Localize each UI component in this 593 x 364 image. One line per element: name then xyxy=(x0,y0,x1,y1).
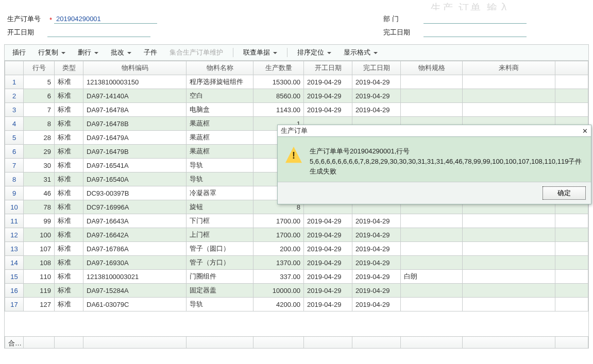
input-end-date[interactable] xyxy=(423,36,527,37)
cell-lineno[interactable]: 6 xyxy=(24,89,55,103)
cell-supplier[interactable] xyxy=(463,242,555,256)
cell-lineno[interactable]: 108 xyxy=(24,256,55,270)
cell-supplier[interactable] xyxy=(463,284,555,298)
cell-spec[interactable] xyxy=(401,89,463,103)
cell-start[interactable]: 2019-04-29 xyxy=(304,228,352,242)
cell-end[interactable]: 2019-04-29 xyxy=(352,284,401,298)
cell-name[interactable]: 门圈组件 xyxy=(187,270,253,284)
row-index[interactable]: 11 xyxy=(5,214,24,228)
cell-name[interactable]: 管子（圆口） xyxy=(187,242,253,256)
cell-type[interactable]: 标准 xyxy=(55,103,83,117)
delete-row-button[interactable]: 删行 xyxy=(72,46,104,59)
cell-qty[interactable]: 8560.00 xyxy=(253,89,304,103)
cell-end[interactable]: 2019-04-29 xyxy=(352,270,401,284)
field-end-date[interactable]: 完工日期 xyxy=(383,28,527,37)
cell-name[interactable]: 导轨 xyxy=(187,172,253,186)
batch-edit-button[interactable]: 批改 xyxy=(105,46,137,59)
cell-qty[interactable]: 10000.00 xyxy=(253,284,304,298)
cell-name[interactable]: 上门框 xyxy=(187,228,253,242)
cell-lineno[interactable]: 29 xyxy=(24,145,55,159)
cell-name[interactable]: 果蔬框 xyxy=(187,117,253,131)
col-qty[interactable]: 生产数量 xyxy=(253,61,304,75)
col-name[interactable]: 物料名称 xyxy=(187,61,253,75)
ok-button[interactable]: 确定 xyxy=(543,186,586,200)
cell-code[interactable]: DC97-16996A xyxy=(83,200,187,214)
cell-type[interactable]: 标准 xyxy=(55,256,83,270)
field-start-date[interactable]: 开工日期 xyxy=(7,28,363,37)
row-index[interactable]: 5 xyxy=(5,131,24,145)
col-type[interactable]: 类型 xyxy=(55,61,83,75)
cell-name[interactable]: 冷凝器罩 xyxy=(187,186,253,200)
cell-lineno[interactable]: 78 xyxy=(24,200,55,214)
cell-supplier[interactable] xyxy=(463,75,555,89)
row-index[interactable]: 4 xyxy=(5,117,24,131)
cell-end[interactable]: 2019-04-29 xyxy=(352,214,401,228)
row-index[interactable]: 8 xyxy=(5,172,24,186)
cell-supplier[interactable] xyxy=(463,214,555,228)
cell-code[interactable]: DA97-16540A xyxy=(83,172,187,186)
cell-start[interactable]: 2019-04-29 xyxy=(304,214,352,228)
cell-start[interactable]: 2019-04-29 xyxy=(304,103,352,117)
close-icon[interactable]: ✕ xyxy=(582,127,588,135)
cell-start[interactable]: 2019-04-29 xyxy=(304,75,352,89)
cell-spec[interactable] xyxy=(401,284,463,298)
col-spec[interactable]: 物料规格 xyxy=(401,61,463,75)
row-index[interactable]: 17 xyxy=(5,298,24,311)
cell-lineno[interactable]: 7 xyxy=(24,103,55,117)
cell-code[interactable]: DA97-16642A xyxy=(83,228,187,242)
cell-type[interactable]: 标准 xyxy=(55,145,83,159)
cell-supplier[interactable] xyxy=(463,298,555,311)
cell-type[interactable]: 标准 xyxy=(55,131,83,145)
cell-end[interactable]: 2019-04-29 xyxy=(352,89,401,103)
cell-end[interactable]: 2019-04-29 xyxy=(352,75,401,89)
row-index[interactable]: 2 xyxy=(5,89,24,103)
row-index[interactable]: 14 xyxy=(5,256,24,270)
cell-qty[interactable]: 1700.00 xyxy=(253,214,304,228)
cell-lineno[interactable]: 99 xyxy=(24,214,55,228)
cell-type[interactable]: 标准 xyxy=(55,214,83,228)
cell-name[interactable]: 电脑盒 xyxy=(187,103,253,117)
cell-name[interactable]: 旋钮 xyxy=(187,200,253,214)
row-index[interactable]: 7 xyxy=(5,159,24,172)
cell-code[interactable]: DA97-16541A xyxy=(83,159,187,172)
cell-lineno[interactable]: 28 xyxy=(24,131,55,145)
cell-type[interactable]: 标准 xyxy=(55,200,83,214)
col-start[interactable]: 开工日期 xyxy=(304,61,352,75)
cell-name[interactable]: 果蔬框 xyxy=(187,131,253,145)
input-order-no[interactable]: 201904290001 xyxy=(54,15,157,24)
table-row[interactable]: 37标准DA97-16478A电脑盒1143.002019-04-292019-… xyxy=(5,103,588,117)
cell-start[interactable]: 2019-04-29 xyxy=(304,270,352,284)
cell-lineno[interactable]: 107 xyxy=(24,242,55,256)
row-index[interactable]: 9 xyxy=(5,186,24,200)
cell-spec[interactable]: 白朗 xyxy=(401,270,463,284)
col-code[interactable]: 物料编码 xyxy=(83,61,187,75)
cell-spec[interactable] xyxy=(401,242,463,256)
cell-code[interactable]: DA97-16478A xyxy=(83,103,187,117)
field-order-no[interactable]: 生产订单号 * 201904290001 xyxy=(7,14,363,24)
col-supplier[interactable]: 来料商 xyxy=(463,61,555,75)
row-index[interactable]: 13 xyxy=(5,242,24,256)
row-index[interactable]: 1 xyxy=(5,75,24,89)
cell-lineno[interactable]: 110 xyxy=(24,270,55,284)
cell-spec[interactable] xyxy=(401,256,463,270)
cell-lineno[interactable]: 31 xyxy=(24,172,55,186)
cell-type[interactable]: 标准 xyxy=(55,159,83,172)
cell-lineno[interactable]: 30 xyxy=(24,159,55,172)
cell-lineno[interactable]: 46 xyxy=(24,186,55,200)
cell-end[interactable]: 2019-04-29 xyxy=(352,256,401,270)
cell-qty[interactable]: 337.00 xyxy=(253,270,304,284)
col-end[interactable]: 完工日期 xyxy=(352,61,401,75)
cell-spec[interactable] xyxy=(401,214,463,228)
cell-name[interactable]: 空白 xyxy=(187,89,253,103)
cell-supplier[interactable] xyxy=(463,228,555,242)
display-format-button[interactable]: 显示格式 xyxy=(338,46,383,59)
cell-code[interactable]: DA97-16930A xyxy=(83,256,187,270)
cell-qty[interactable]: 1700.00 xyxy=(253,228,304,242)
cell-spec[interactable] xyxy=(401,75,463,89)
input-dept[interactable] xyxy=(423,23,527,24)
cell-start[interactable]: 2019-04-29 xyxy=(304,242,352,256)
table-row[interactable]: 15标准12138100003150程序选择旋钮组件15300.002019-0… xyxy=(5,75,588,89)
cell-code[interactable]: DA97-16478B xyxy=(83,117,187,131)
cell-qty[interactable]: 1143.00 xyxy=(253,103,304,117)
cell-supplier[interactable] xyxy=(463,103,555,117)
